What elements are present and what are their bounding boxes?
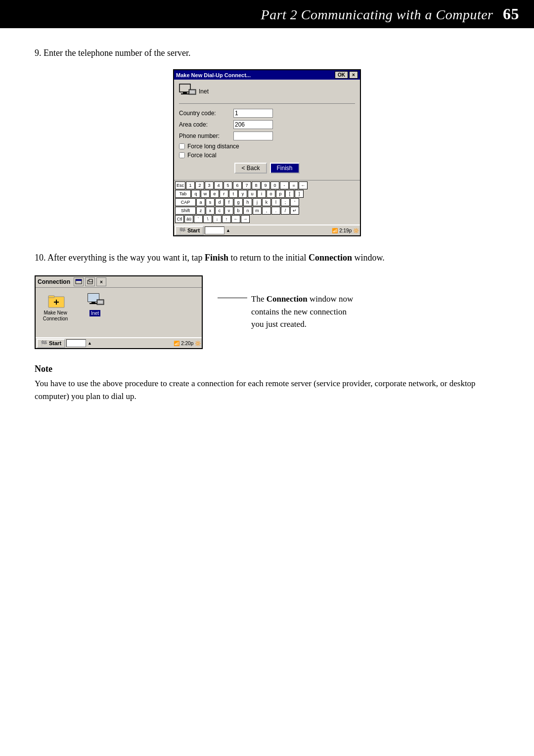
kb-lbracket[interactable]: [: [285, 190, 294, 198]
kb-2[interactable]: 2: [195, 181, 204, 189]
kb-period[interactable]: .: [271, 207, 280, 215]
kb-row-1: Esc 1 2 3 4 5 6 7 8 9 0 - = ←: [175, 181, 359, 189]
kb-shift[interactable]: Shift: [175, 207, 196, 215]
connection-title-label: Connection: [38, 278, 70, 285]
note-title: Note: [35, 364, 499, 374]
kb-u[interactable]: u: [248, 190, 257, 198]
kb-up[interactable]: ↑: [222, 215, 231, 223]
connection-icon-row: Inet: [179, 84, 355, 104]
kb-semicolon[interactable]: ;: [281, 198, 290, 206]
kb-c[interactable]: c: [215, 207, 224, 215]
kb-backslash[interactable]: \: [203, 215, 212, 223]
kb-rbracket[interactable]: ]: [295, 190, 304, 198]
kb-ctl[interactable]: Ctl: [175, 215, 184, 223]
step9-label: 9. Enter the telephone number of the ser…: [35, 48, 190, 58]
kb-k[interactable]: k: [262, 198, 271, 206]
kb-h[interactable]: h: [243, 198, 252, 206]
kb-r[interactable]: r: [220, 190, 228, 198]
area-code-input[interactable]: [233, 120, 273, 129]
kb-right[interactable]: →: [241, 215, 250, 223]
kb-1[interactable]: 1: [186, 181, 195, 189]
make-new-connection-item: Make NewConnection: [41, 293, 70, 332]
kb-b[interactable]: b: [234, 207, 243, 215]
phone-number-input[interactable]: [233, 132, 273, 140]
step9-text: 9. Enter the telephone number of the ser…: [35, 48, 499, 58]
finish-button[interactable]: Finish: [270, 163, 300, 174]
main-content: 9. Enter the telephone number of the ser…: [0, 28, 534, 423]
kb-l[interactable]: l: [271, 198, 280, 206]
kb-auu[interactable]: áü: [184, 215, 193, 223]
conn-taskbar-input[interactable]: [66, 339, 86, 347]
kb-tab[interactable]: Tab: [175, 190, 191, 198]
kb-z[interactable]: z: [196, 207, 205, 215]
header-title: Part 2 Communicating with a Computer: [261, 7, 493, 22]
kb-p[interactable]: p: [276, 190, 285, 198]
svg-rect-8: [89, 279, 92, 282]
country-code-input[interactable]: [233, 109, 273, 118]
kb-5[interactable]: 5: [223, 181, 232, 189]
kb-t[interactable]: t: [229, 190, 238, 198]
callout-line: [218, 298, 247, 298]
kb-left[interactable]: ←: [231, 215, 240, 223]
force-long-distance-checkbox[interactable]: [179, 143, 185, 149]
kb-g[interactable]: g: [234, 198, 243, 206]
dialup-connection-name: Inet: [199, 88, 209, 95]
battery-icon: 🔆: [353, 228, 359, 233]
kb-f[interactable]: f: [224, 198, 233, 206]
kb-quote[interactable]: ': [290, 198, 299, 206]
conn-taskbar-time: 📶 2:20p 🔆: [174, 341, 201, 346]
connection-taskbar: 🏁 Start ▲ 📶 2:20p 🔆: [36, 337, 202, 348]
kb-e[interactable]: e: [210, 190, 219, 198]
kb-3[interactable]: 3: [205, 181, 214, 189]
kb-o[interactable]: o: [267, 190, 275, 198]
kb-8[interactable]: 8: [252, 181, 261, 189]
kb-d[interactable]: d: [215, 198, 224, 206]
kb-comma[interactable]: ,: [262, 207, 271, 215]
kb-j[interactable]: j: [253, 198, 262, 206]
kb-0[interactable]: 0: [270, 181, 279, 189]
taskbar-input-area[interactable]: [205, 226, 224, 234]
kb-backspace[interactable]: ←: [299, 181, 308, 189]
kb-row-4: Shift z x c v b n m , . / ↵: [175, 207, 359, 215]
kb-y[interactable]: y: [238, 190, 247, 198]
kb-down[interactable]: ↓: [213, 215, 222, 223]
kb-9[interactable]: 9: [261, 181, 270, 189]
force-local-checkbox[interactable]: [179, 152, 185, 158]
kb-esc[interactable]: Esc: [175, 181, 185, 189]
kb-q[interactable]: q: [191, 190, 200, 198]
force-long-distance-row: Force long distance: [179, 143, 355, 150]
connection-icon-btn1[interactable]: [74, 277, 84, 286]
kb-v[interactable]: v: [224, 207, 233, 215]
force-long-distance-label: Force long distance: [187, 143, 239, 150]
kb-a[interactable]: a: [196, 198, 205, 206]
svg-rect-1: [183, 92, 187, 93]
kb-enter[interactable]: ↵: [290, 207, 299, 215]
kb-i[interactable]: i: [257, 190, 266, 198]
kb-6[interactable]: 6: [233, 181, 242, 189]
force-local-label: Force local: [187, 152, 217, 159]
conn-battery-icon: 🔆: [195, 341, 201, 346]
dialup-body: Inet Country code: Area code: Phone numb…: [174, 80, 360, 180]
kb-x[interactable]: x: [206, 207, 215, 215]
start-button[interactable]: 🏁 Start: [175, 226, 204, 235]
kb-slash[interactable]: /: [281, 207, 290, 215]
kb-w[interactable]: w: [201, 190, 210, 198]
kb-n[interactable]: n: [243, 207, 252, 215]
conn-start-button[interactable]: 🏁 Start: [37, 339, 65, 348]
kb-minus[interactable]: -: [280, 181, 289, 189]
kb-s[interactable]: s: [206, 198, 215, 206]
dialup-close-button[interactable]: ×: [349, 71, 358, 79]
connection-icon-btn2[interactable]: [85, 277, 95, 286]
connection-close-btn[interactable]: ×: [96, 277, 106, 286]
kb-backtick[interactable]: `: [194, 215, 203, 223]
dialup-dialog-area: Make New Dial-Up Connect... OK ×: [35, 69, 499, 236]
kb-4[interactable]: 4: [214, 181, 223, 189]
kb-7[interactable]: 7: [242, 181, 251, 189]
back-button[interactable]: < Back: [234, 163, 267, 174]
kb-m[interactable]: m: [253, 207, 262, 215]
kb-cap[interactable]: CAP: [175, 198, 196, 206]
kb-equals[interactable]: =: [289, 181, 298, 189]
svg-rect-16: [89, 303, 97, 304]
svg-rect-15: [91, 302, 95, 303]
dialup-ok-button[interactable]: OK: [335, 71, 348, 79]
